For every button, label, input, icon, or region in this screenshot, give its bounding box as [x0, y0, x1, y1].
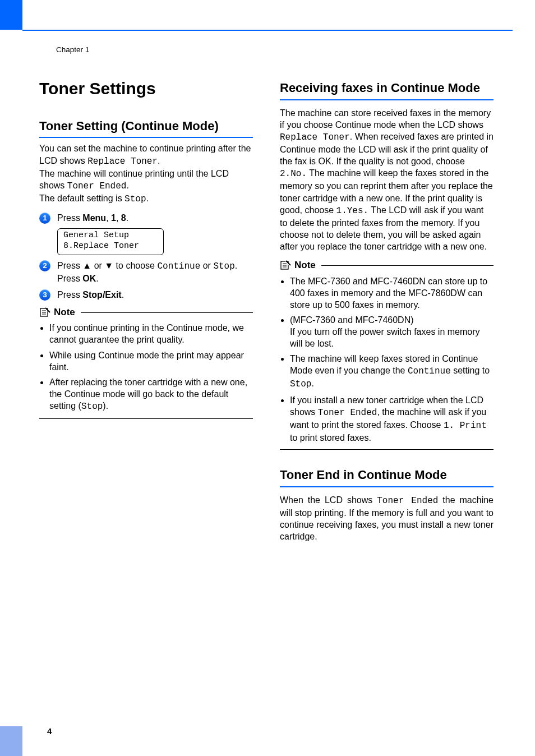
text: or	[91, 261, 104, 270]
text: Press	[57, 290, 82, 299]
text: or	[200, 261, 213, 270]
text: .	[126, 213, 128, 223]
text: .	[158, 156, 160, 165]
section-title-receiving-faxes: Receiving faxes in Continue Mode	[280, 81, 494, 100]
page-title: Toner Settings	[39, 77, 253, 100]
accent-strip-top	[0, 0, 22, 30]
step-body: Press Menu, 1, 8. General Setup 8.Replac…	[57, 212, 253, 255]
step-body: Press Stop/Exit.	[57, 289, 253, 301]
note-item: If you install a new toner cartridge whe…	[290, 394, 492, 444]
text: to print stored faxes.	[290, 433, 371, 442]
note-bottom-rule	[39, 418, 253, 419]
step-1: 1 Press Menu, 1, 8. General Setup 8.Repl…	[39, 212, 253, 255]
step-3: 3 Press Stop/Exit.	[39, 289, 253, 301]
text: .	[146, 193, 149, 203]
code-text: Stop	[213, 261, 234, 271]
right-column: Receiving faxes in Continue Mode The mac…	[280, 77, 494, 549]
code-text: 1.Yes.	[336, 206, 369, 216]
text: .	[235, 261, 237, 270]
section-title-toner-setting: Toner Setting (Continue Mode)	[39, 119, 253, 139]
note-item: While using Continue mode the print may …	[49, 349, 252, 373]
paragraph: When the LCD shows Toner Ended the machi…	[280, 494, 494, 542]
step-body: Press ▲ or ▼ to choose Continue or Stop.…	[57, 260, 253, 284]
key-1: 1	[111, 213, 116, 223]
text: (MFC-7360 and MFC-7460DN)	[290, 315, 414, 325]
note-heading: Note	[280, 259, 494, 271]
page-number: 4	[47, 726, 52, 737]
intro-paragraph: You can set the machine to continue prin…	[39, 142, 253, 205]
step-badge-1: 1	[39, 213, 50, 224]
note-bottom-rule	[280, 449, 494, 450]
header-rule	[22, 30, 513, 31]
accent-strip-bottom	[0, 726, 22, 756]
note-list: If you continue printing in the Continue…	[39, 322, 253, 413]
note-item: The MFC-7360 and MFC-7460DN can store up…	[290, 275, 492, 311]
key-8: 8	[121, 213, 126, 223]
code-text: Replace Toner	[87, 156, 158, 167]
code-text: Continue	[157, 261, 200, 271]
text: .	[126, 181, 128, 190]
note-item: If you continue printing in the Continue…	[49, 322, 252, 345]
text: The machine can store received faxes in …	[280, 108, 491, 130]
text: ,	[116, 213, 121, 223]
lcd-line-2: 8.Replace Toner	[63, 241, 158, 252]
note-icon	[280, 260, 291, 271]
chapter-header: Chapter 1	[56, 45, 89, 55]
note-item: The machine will keep faxes stored in Co…	[290, 353, 492, 390]
code-text: 2.No.	[280, 169, 307, 179]
note-icon	[39, 307, 50, 318]
text: Press	[57, 274, 82, 283]
up-arrow-icon: ▲	[82, 261, 91, 270]
code-text: Toner Ended	[318, 408, 377, 418]
step-2: 2 Press ▲ or ▼ to choose Continue or Sto…	[39, 260, 253, 284]
key-menu: Menu	[82, 213, 106, 223]
code-text: Replace Toner	[280, 132, 350, 142]
paragraph: The machine can store received faxes in …	[280, 107, 494, 252]
note-block-right: Note The MFC-7360 and MFC-7460DN can sto…	[280, 259, 494, 450]
note-label: Note	[54, 306, 75, 319]
code-text: Stop	[124, 194, 146, 204]
text: When the LCD shows	[280, 495, 377, 505]
note-heading: Note	[39, 306, 253, 319]
code-text: Stop	[81, 402, 103, 412]
key-ok: OK	[82, 274, 96, 283]
lcd-line-1: General Setup	[63, 231, 158, 241]
note-head-rule	[321, 265, 494, 266]
text: ,	[106, 213, 111, 223]
code-text: Toner Ended	[377, 496, 438, 506]
note-block-left: Note If you continue printing in the Con…	[39, 306, 253, 419]
text: .	[122, 290, 124, 299]
content-columns: Toner Settings Toner Setting (Continue M…	[39, 77, 494, 549]
note-item: (MFC-7360 and MFC-7460DN) If you turn of…	[290, 314, 492, 349]
text: If you turn off the power switch faxes i…	[290, 327, 480, 348]
note-item: After replacing the toner cartridge with…	[49, 376, 252, 413]
text: to choose	[113, 261, 157, 270]
lcd-display: General Setup 8.Replace Toner	[57, 228, 164, 255]
text: The default setting is	[39, 193, 124, 203]
left-column: Toner Settings Toner Setting (Continue M…	[39, 77, 253, 549]
note-label: Note	[294, 259, 316, 271]
section-title-toner-end: Toner End in Continue Mode	[280, 468, 494, 487]
text: .	[96, 274, 98, 283]
text: Press	[57, 261, 82, 270]
step-badge-3: 3	[39, 289, 50, 301]
code-text: Toner Ended	[67, 181, 127, 191]
text: ).	[103, 401, 108, 411]
text: setting to	[451, 366, 490, 375]
key-stop-exit: Stop/Exit	[82, 290, 121, 299]
note-list: The MFC-7360 and MFC-7460DN can store up…	[280, 275, 494, 444]
code-text: 1. Print	[444, 421, 487, 431]
down-arrow-icon: ▼	[104, 261, 113, 270]
step-badge-2: 2	[39, 260, 50, 271]
note-head-rule	[81, 312, 253, 313]
code-text: Stop	[290, 379, 311, 389]
text: .	[311, 379, 313, 388]
text: Press	[57, 213, 82, 223]
code-text: Continue	[408, 366, 451, 376]
text: After replacing the toner cartridge with…	[49, 377, 247, 411]
